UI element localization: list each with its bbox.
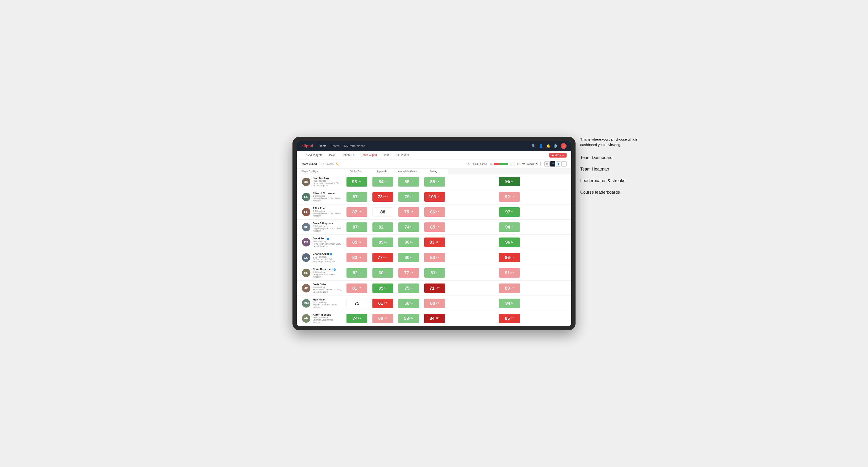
player-hcp-7: 1-5 Handicap [313,286,342,288]
table-row[interactable]: AN Aaron Nicholls 11-15 Handicap Drift G… [297,311,571,326]
sub-nav: PGAT Players PGA Hcaps 1-5 Team Clippd T… [297,151,571,159]
player-name-9[interactable]: Aaron Nicholls [313,313,342,316]
stat-putting-0: 95 9▲ [448,174,571,189]
stat-off-tee-3: 82 4▲ [370,220,396,235]
player-info-2: Elliot Ebert 1-5 Handicap Sunningdale Go… [313,207,342,217]
nav-teams[interactable]: Teams [331,144,339,148]
player-club-8: Woburn Golf Club, United Kingdom [313,304,342,308]
player-cell-6: CR Chris Robertson✓ 1-5 Handicap Craigmi… [297,266,344,281]
player-avatar-5: CQ [302,253,310,262]
player-name-2[interactable]: Elliot Ebert [313,207,342,210]
person-view-button[interactable]: 👤 [556,161,561,166]
player-hcp-1: 1-5 Handicap [313,195,342,197]
stat-player-quality-4: 85 -3▼ [344,235,370,250]
subnav-pgat[interactable]: PGAT Players [302,151,326,159]
stat-player-quality-2: 87 -3▼ [344,205,370,220]
player-info-3: Dave Billingham 1-5 Handicap Gog Magog G… [313,222,342,232]
table-header-row: Player Quality ▼ Off the Tee — Approach … [297,168,571,174]
table-row[interactable]: JC Josh Coles 1-5 Handicap Royal North D… [297,281,571,296]
stat-putting-3: 94 1▲ [448,220,571,235]
stat-approach-0: 85 8▲ [396,174,422,189]
bell-icon[interactable]: 🔔 [546,144,550,148]
stat-approach-5: 80 1▲ [396,250,422,266]
player-name-4[interactable]: David Ford✓ [313,237,342,240]
stat-putting-1: 92 -3▼ [448,189,571,205]
stat-putting-7: 89 -2▼ [448,281,571,296]
top-nav: clippd Home Teams My Performance 🔍 👤 🔔 ⚙… [297,141,571,151]
bar-negative [494,163,499,165]
stat-around-green-7: 71 -11▼ [422,281,448,296]
subnav-team-clippd[interactable]: Team Clippd [358,151,380,159]
col-header-putting: Putting — [422,168,448,174]
table-row[interactable]: DF David Ford✓ Plus Handicap Royal North… [297,235,571,250]
settings-icon[interactable]: ⚙️ [554,144,558,148]
team-header-bar: Team Clippd | 14 Players ✏️ 20 Round Cha… [297,159,571,168]
player-club-5: St. George's Hill GC - Weybridge - Surre… [313,258,342,263]
player-club-7: Royal North Devon Golf Club, United King… [313,288,342,293]
list-view-button[interactable]: ☰ [550,161,555,166]
sort-arrow-green[interactable]: — [417,170,420,173]
last-rounds-button[interactable]: 📋 Last Rounds: 20 [514,162,540,166]
stat-approach-2: 75 -3▼ [396,205,422,220]
nav-home[interactable]: Home [319,144,327,148]
player-name-0[interactable]: Blair McHarg [313,177,342,180]
last-rounds-label: Last Rounds: [521,163,534,165]
player-hcp-0: Plus Handicap [313,180,342,182]
player-cell-9: AN Aaron Nicholls 11-15 Handicap Drift G… [297,311,344,326]
sort-arrow-tee[interactable]: — [362,170,364,173]
table-row[interactable]: BM Blair McHarg Plus Handicap Royal Nort… [297,174,571,189]
search-icon[interactable]: 🔍 [532,144,536,148]
stat-putting-9: 85 -4▼ [448,311,571,326]
player-club-6: Craigmillar Park, United Kingdom [313,273,342,278]
sort-arrow-approach[interactable]: — [387,170,389,173]
stat-player-quality-0: 93 +4▲ [344,174,370,189]
player-name-5[interactable]: Charlie Quick✓ [313,252,342,255]
table-row[interactable]: EE Elliot Ebert 1-5 Handicap Sunningdale… [297,205,571,220]
sort-arrow-putting[interactable]: — [438,170,440,173]
stat-around-green-3: 85 -3▼ [422,220,448,235]
download-button[interactable]: ↓ [561,161,566,166]
player-name-3[interactable]: Dave Billingham [313,222,342,225]
player-club-9: Drift Golf Club, United Kingdom [313,319,342,323]
player-avatar-8: MM [302,299,310,308]
round-change-pos: +5 [510,163,512,165]
player-name-7[interactable]: Josh Coles [313,283,342,286]
player-info-4: David Ford✓ Plus Handicap Royal North De… [313,237,342,247]
table-row[interactable]: EC Edward Crossman 1-5 Handicap Sunningd… [297,189,571,205]
player-name-8[interactable]: Matt Miller [313,298,342,301]
player-name-1[interactable]: Edward Crossman [313,192,342,195]
stat-player-quality-3: 87 4▲ [344,220,370,235]
subnav-hcaps[interactable]: Hcaps 1-5 [338,151,358,159]
player-cell-7: JC Josh Coles 1-5 Handicap Royal North D… [297,281,344,296]
player-name-6[interactable]: Chris Robertson✓ [313,268,342,271]
profile-icon[interactable]: 👤 [539,144,543,148]
nav-icons: 🔍 👤 🔔 ⚙️ U [532,143,566,149]
stat-approach-3: 74 1▲ [396,220,422,235]
annotation-item-dashboard: Team Dashboard [580,154,651,161]
table-body: BM Blair McHarg Plus Handicap Royal Nort… [297,174,571,326]
stat-putting-5: 86 -8▼ [448,250,571,266]
player-hcp-6: 1-5 Handicap [313,271,342,273]
annotation-intro: This is where you can choose which dashb… [580,137,651,148]
table-row[interactable]: CQ Charlie Quick✓ 6-10 Handicap St. Geor… [297,250,571,266]
subnav-tour[interactable]: Tour [380,151,392,159]
stat-approach-1: 79 9▲ [396,189,422,205]
table-row[interactable]: MM Matt Miller 6-10 Handicap Woburn Golf… [297,296,571,311]
player-avatar-2: EE [302,208,310,216]
stat-around-green-1: 103 15▲ [422,189,448,205]
subnav-pga[interactable]: PGA [326,151,338,159]
nav-my-performance[interactable]: My Performance [344,144,365,148]
player-cell-3: DB Dave Billingham 1-5 Handicap Gog Mago… [297,220,344,235]
table-row[interactable]: DB Dave Billingham 1-5 Handicap Gog Mago… [297,220,571,235]
player-hcp-2: 1-5 Handicap [313,210,342,212]
stat-approach-7: 75 2▲ [396,281,422,296]
grid-view-button[interactable]: ⊞ [545,161,550,166]
user-avatar[interactable]: U [561,143,566,149]
add-team-button[interactable]: Add Team [549,153,566,158]
edit-icon[interactable]: ✏️ [335,162,339,165]
stat-off-tee-0: 84 6▲ [370,174,396,189]
subnav-all-players[interactable]: All Players [392,151,412,159]
table-row[interactable]: CR Chris Robertson✓ 1-5 Handicap Craigmi… [297,266,571,281]
stat-off-tee-2: 88 [370,205,396,220]
sort-arrow[interactable]: ▼ [317,170,319,173]
